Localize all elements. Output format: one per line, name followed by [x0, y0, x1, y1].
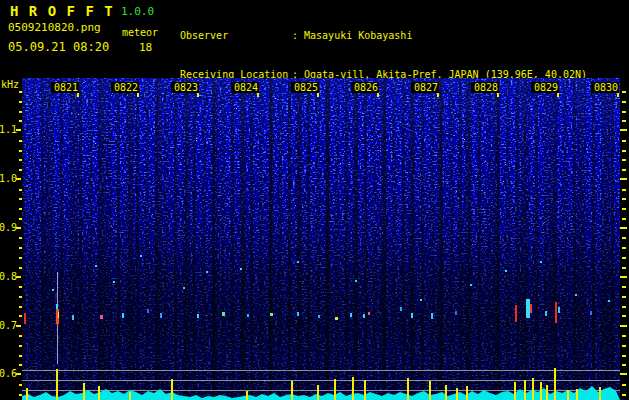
app-title: H R O F F T [10, 3, 114, 19]
mode-label: meteor [122, 27, 158, 38]
info-value: : Masayuki Kobayashi [292, 30, 412, 41]
noise-bright-dot [608, 300, 610, 302]
time-tick-label: 0828 [471, 82, 499, 93]
freq-minor-tick-left [19, 306, 22, 308]
freq-major-tick-left [16, 178, 21, 180]
meteor-echo-blip [555, 302, 557, 323]
meteor-spike [540, 382, 542, 400]
info-row-observer: Observer: Masayuki Kobayashi [180, 29, 587, 42]
freq-minor-tick-left [19, 189, 22, 191]
freq-major-tick-left [16, 373, 21, 375]
freq-minor-tick-right [622, 208, 626, 210]
freq-minor-tick-right [622, 257, 626, 259]
meteor-echo-blip [400, 307, 402, 311]
meteor-spike [364, 380, 366, 400]
time-tick-label: 0824 [231, 82, 259, 93]
meteor-echo-blip [270, 313, 273, 316]
time-tick [437, 93, 439, 97]
signal-level-graph [22, 355, 620, 400]
freq-major-tick-left [16, 276, 21, 278]
freq-minor-tick-left [19, 120, 22, 122]
noise-bright-dot [420, 299, 422, 301]
freq-minor-tick-right [622, 345, 626, 347]
meteor-spike [83, 383, 85, 400]
freq-minor-tick-left [19, 91, 22, 93]
meteor-spike [445, 385, 447, 400]
meteor-echo-blip [350, 313, 352, 317]
meteor-spike [429, 381, 431, 400]
meteor-spike [171, 379, 173, 400]
meteor-echo-blip [56, 304, 58, 309]
meteor-echo-blip [590, 311, 592, 315]
meteor-spike [56, 369, 58, 400]
noise-bright-dot [140, 255, 142, 257]
meteor-spike [291, 381, 293, 400]
freq-minor-tick-left [19, 345, 22, 347]
freq-minor-tick-right [622, 394, 626, 396]
freq-minor-tick-right [622, 159, 626, 161]
meteor-echo-blip [455, 311, 457, 315]
echo-count: 18 [139, 41, 152, 54]
noise-bright-dot [183, 287, 185, 289]
noise-bright-dot [540, 261, 542, 263]
meteor-spike [466, 386, 468, 400]
freq-major-tick-right [620, 325, 627, 327]
freq-minor-tick-right [622, 384, 626, 386]
output-filename: 0509210820.png [8, 21, 101, 34]
freq-major-tick-right [620, 227, 627, 229]
freq-axis-unit: kHz [1, 79, 19, 90]
meteor-echo-blip [335, 317, 338, 320]
freq-minor-tick-left [19, 218, 22, 220]
noise-bright-dot [95, 265, 97, 267]
meteor-echo-blip [363, 314, 365, 318]
meteor-echo-blip [558, 307, 560, 313]
freq-minor-tick-right [622, 335, 626, 337]
meteor-spike [514, 382, 516, 400]
meteor-spike [98, 386, 100, 400]
freq-tick-label: 0.9 [0, 222, 16, 233]
noise-bright-dot [297, 261, 299, 263]
freq-minor-tick-left [19, 198, 22, 200]
meteor-spike [246, 391, 248, 400]
time-tick [557, 93, 559, 97]
meteor-spike [567, 390, 569, 400]
time-tick-label: 0829 [531, 82, 559, 93]
noise-bright-dot [240, 268, 242, 270]
time-tick [377, 93, 379, 97]
meteor-spike [524, 380, 526, 400]
meteor-echo-blip [24, 313, 26, 324]
meteor-spike [26, 388, 28, 400]
meteor-spike [576, 389, 578, 400]
info-label: Observer [180, 29, 292, 42]
meteor-echo-blip [431, 313, 433, 319]
time-tick [257, 93, 259, 97]
datetime-label: 05.09.21 08:20 [8, 40, 109, 54]
meteor-spike [456, 388, 458, 400]
freq-minor-tick-left [19, 315, 22, 317]
freq-minor-tick-right [622, 218, 626, 220]
noise-bright-dot [52, 289, 54, 291]
meteor-spike [599, 387, 601, 400]
freq-minor-tick-right [622, 111, 626, 113]
time-tick [497, 93, 499, 97]
app-version: 1.0.0 [121, 5, 154, 18]
freq-minor-tick-left [19, 237, 22, 239]
meteor-echo-blip [247, 314, 249, 317]
meteor-echo-blip [147, 309, 149, 313]
freq-major-tick-right [620, 276, 627, 278]
time-tick-label: 0822 [111, 82, 139, 93]
freq-minor-tick-left [19, 335, 22, 337]
noise-bright-dot [113, 281, 115, 283]
time-tick [197, 93, 199, 97]
freq-minor-tick-left [19, 169, 22, 171]
level-profile [22, 386, 620, 400]
meteor-echo-blip [411, 313, 413, 318]
freq-minor-tick-right [622, 169, 626, 171]
hrofft-screen: H R O F F T 1.0.0 0509210820.png meteor … [0, 0, 629, 400]
freq-minor-tick-left [19, 267, 22, 269]
freq-minor-tick-right [622, 198, 626, 200]
freq-minor-tick-left [19, 150, 22, 152]
freq-minor-tick-right [622, 91, 626, 93]
time-tick-label: 0830 [591, 82, 619, 93]
freq-major-tick-left [16, 129, 21, 131]
